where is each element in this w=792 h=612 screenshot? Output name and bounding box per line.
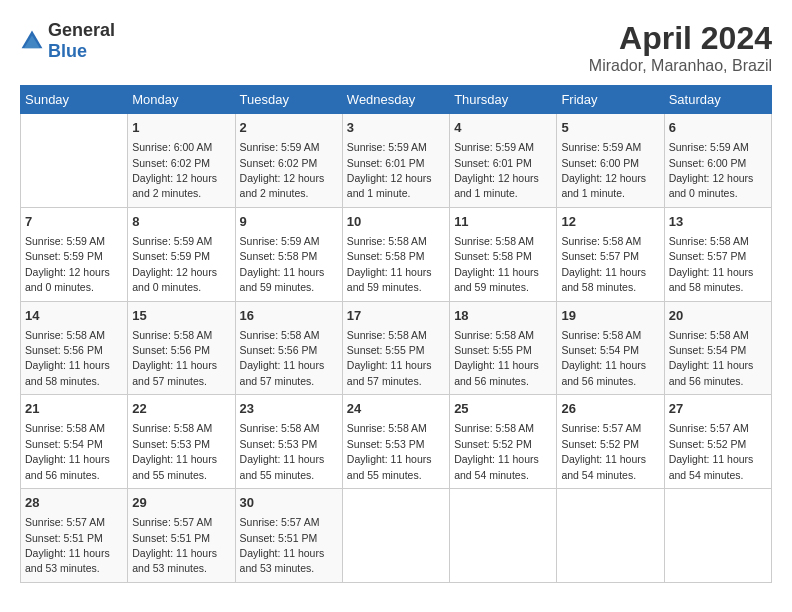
- sunset: Sunset: 5:51 PM: [240, 532, 318, 544]
- sunset: Sunset: 5:58 PM: [347, 250, 425, 262]
- day-number: 30: [240, 494, 338, 512]
- sunset: Sunset: 5:57 PM: [669, 250, 747, 262]
- daylight: Daylight: 11 hours and 58 minutes.: [561, 266, 646, 293]
- day-number: 19: [561, 307, 659, 325]
- daylight: Daylight: 11 hours and 56 minutes.: [454, 359, 539, 386]
- calendar-cell: 24 Sunrise: 5:58 AM Sunset: 5:53 PM Dayl…: [342, 395, 449, 489]
- calendar-cell: [342, 489, 449, 583]
- day-number: 14: [25, 307, 123, 325]
- calendar-cell: 4 Sunrise: 5:59 AM Sunset: 6:01 PM Dayli…: [450, 114, 557, 208]
- calendar-cell: 8 Sunrise: 5:59 AM Sunset: 5:59 PM Dayli…: [128, 207, 235, 301]
- daylight: Daylight: 11 hours and 54 minutes.: [454, 453, 539, 480]
- calendar-cell: 9 Sunrise: 5:59 AM Sunset: 5:58 PM Dayli…: [235, 207, 342, 301]
- calendar-cell: 15 Sunrise: 5:58 AM Sunset: 5:56 PM Dayl…: [128, 301, 235, 395]
- daylight: Daylight: 11 hours and 59 minutes.: [454, 266, 539, 293]
- sunrise: Sunrise: 5:58 AM: [132, 422, 212, 434]
- daylight: Daylight: 12 hours and 0 minutes.: [132, 266, 217, 293]
- sunset: Sunset: 5:55 PM: [454, 344, 532, 356]
- week-row: 21 Sunrise: 5:58 AM Sunset: 5:54 PM Dayl…: [21, 395, 772, 489]
- week-row: 1 Sunrise: 6:00 AM Sunset: 6:02 PM Dayli…: [21, 114, 772, 208]
- logo-general: General: [48, 20, 115, 40]
- day-number: 2: [240, 119, 338, 137]
- sunrise: Sunrise: 5:58 AM: [347, 329, 427, 341]
- calendar-table: SundayMondayTuesdayWednesdayThursdayFrid…: [20, 85, 772, 583]
- daylight: Daylight: 12 hours and 0 minutes.: [25, 266, 110, 293]
- sunset: Sunset: 5:52 PM: [561, 438, 639, 450]
- sunrise: Sunrise: 5:58 AM: [240, 422, 320, 434]
- calendar-cell: 10 Sunrise: 5:58 AM Sunset: 5:58 PM Dayl…: [342, 207, 449, 301]
- daylight: Daylight: 11 hours and 59 minutes.: [347, 266, 432, 293]
- calendar-cell: 13 Sunrise: 5:58 AM Sunset: 5:57 PM Dayl…: [664, 207, 771, 301]
- logo-blue: Blue: [48, 41, 87, 61]
- sunrise: Sunrise: 6:00 AM: [132, 141, 212, 153]
- header-row: SundayMondayTuesdayWednesdayThursdayFrid…: [21, 86, 772, 114]
- day-number: 5: [561, 119, 659, 137]
- sunset: Sunset: 5:52 PM: [454, 438, 532, 450]
- sunset: Sunset: 6:01 PM: [347, 157, 425, 169]
- header-thursday: Thursday: [450, 86, 557, 114]
- daylight: Daylight: 11 hours and 58 minutes.: [25, 359, 110, 386]
- day-number: 9: [240, 213, 338, 231]
- title-area: April 2024 Mirador, Maranhao, Brazil: [589, 20, 772, 75]
- sunset: Sunset: 5:54 PM: [25, 438, 103, 450]
- sunrise: Sunrise: 5:58 AM: [25, 422, 105, 434]
- month-title: April 2024: [589, 20, 772, 57]
- daylight: Daylight: 12 hours and 1 minute.: [347, 172, 432, 199]
- sunset: Sunset: 5:58 PM: [240, 250, 318, 262]
- calendar-cell: 7 Sunrise: 5:59 AM Sunset: 5:59 PM Dayli…: [21, 207, 128, 301]
- daylight: Daylight: 11 hours and 56 minutes.: [561, 359, 646, 386]
- calendar-cell: 16 Sunrise: 5:58 AM Sunset: 5:56 PM Dayl…: [235, 301, 342, 395]
- daylight: Daylight: 11 hours and 57 minutes.: [132, 359, 217, 386]
- logo-icon: [20, 29, 44, 53]
- week-row: 7 Sunrise: 5:59 AM Sunset: 5:59 PM Dayli…: [21, 207, 772, 301]
- daylight: Daylight: 12 hours and 2 minutes.: [240, 172, 325, 199]
- daylight: Daylight: 11 hours and 56 minutes.: [25, 453, 110, 480]
- page-header: General Blue April 2024 Mirador, Maranha…: [20, 20, 772, 75]
- sunrise: Sunrise: 5:57 AM: [240, 516, 320, 528]
- day-number: 11: [454, 213, 552, 231]
- header-saturday: Saturday: [664, 86, 771, 114]
- sunrise: Sunrise: 5:59 AM: [454, 141, 534, 153]
- sunrise: Sunrise: 5:57 AM: [25, 516, 105, 528]
- day-number: 1: [132, 119, 230, 137]
- sunrise: Sunrise: 5:58 AM: [240, 329, 320, 341]
- sunset: Sunset: 5:54 PM: [669, 344, 747, 356]
- sunset: Sunset: 5:55 PM: [347, 344, 425, 356]
- sunrise: Sunrise: 5:58 AM: [454, 422, 534, 434]
- sunrise: Sunrise: 5:59 AM: [347, 141, 427, 153]
- day-number: 28: [25, 494, 123, 512]
- calendar-cell: [557, 489, 664, 583]
- sunrise: Sunrise: 5:59 AM: [669, 141, 749, 153]
- calendar-cell: 6 Sunrise: 5:59 AM Sunset: 6:00 PM Dayli…: [664, 114, 771, 208]
- sunrise: Sunrise: 5:58 AM: [561, 235, 641, 247]
- calendar-cell: 21 Sunrise: 5:58 AM Sunset: 5:54 PM Dayl…: [21, 395, 128, 489]
- sunrise: Sunrise: 5:58 AM: [561, 329, 641, 341]
- daylight: Daylight: 12 hours and 0 minutes.: [669, 172, 754, 199]
- daylight: Daylight: 11 hours and 53 minutes.: [240, 547, 325, 574]
- day-number: 6: [669, 119, 767, 137]
- calendar-cell: 27 Sunrise: 5:57 AM Sunset: 5:52 PM Dayl…: [664, 395, 771, 489]
- sunset: Sunset: 5:59 PM: [25, 250, 103, 262]
- sunset: Sunset: 5:53 PM: [132, 438, 210, 450]
- sunset: Sunset: 5:53 PM: [347, 438, 425, 450]
- header-sunday: Sunday: [21, 86, 128, 114]
- daylight: Daylight: 11 hours and 54 minutes.: [669, 453, 754, 480]
- day-number: 23: [240, 400, 338, 418]
- daylight: Daylight: 11 hours and 59 minutes.: [240, 266, 325, 293]
- daylight: Daylight: 11 hours and 57 minutes.: [240, 359, 325, 386]
- calendar-cell: [450, 489, 557, 583]
- calendar-cell: [664, 489, 771, 583]
- sunrise: Sunrise: 5:57 AM: [669, 422, 749, 434]
- calendar-cell: 14 Sunrise: 5:58 AM Sunset: 5:56 PM Dayl…: [21, 301, 128, 395]
- calendar-cell: 28 Sunrise: 5:57 AM Sunset: 5:51 PM Dayl…: [21, 489, 128, 583]
- sunrise: Sunrise: 5:57 AM: [561, 422, 641, 434]
- daylight: Daylight: 11 hours and 55 minutes.: [347, 453, 432, 480]
- calendar-cell: 17 Sunrise: 5:58 AM Sunset: 5:55 PM Dayl…: [342, 301, 449, 395]
- sunset: Sunset: 5:51 PM: [25, 532, 103, 544]
- calendar-cell: 2 Sunrise: 5:59 AM Sunset: 6:02 PM Dayli…: [235, 114, 342, 208]
- day-number: 13: [669, 213, 767, 231]
- sunset: Sunset: 5:56 PM: [240, 344, 318, 356]
- day-number: 12: [561, 213, 659, 231]
- day-number: 8: [132, 213, 230, 231]
- calendar-cell: 30 Sunrise: 5:57 AM Sunset: 5:51 PM Dayl…: [235, 489, 342, 583]
